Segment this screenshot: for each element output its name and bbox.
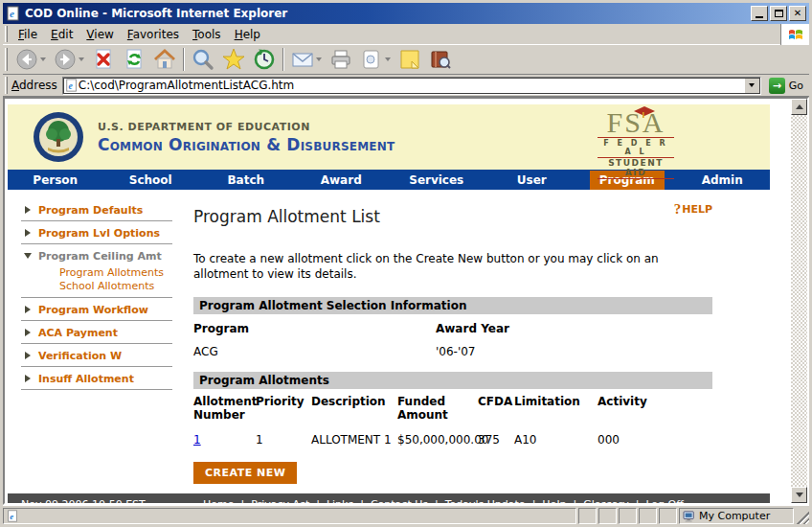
scroll-up-button[interactable] <box>791 99 807 115</box>
title-bar[interactable]: e COD Online - Microsoft Internet Explor… <box>3 3 809 24</box>
help-link[interactable]: ? HELP <box>674 201 712 218</box>
sidebar-divider <box>21 243 172 244</box>
back-icon <box>15 48 38 71</box>
nav-school[interactable]: School <box>103 173 199 187</box>
forward-button[interactable] <box>50 46 88 73</box>
search-button[interactable] <box>188 46 218 73</box>
program-label: Program <box>193 322 436 335</box>
allotment-number-link[interactable]: 1 <box>193 433 201 447</box>
main-content: ? HELP Program Allotment List To create … <box>193 190 712 484</box>
menu-help[interactable]: Help <box>228 26 267 43</box>
minimize-button[interactable] <box>751 6 768 21</box>
collapsed-arrow-icon <box>25 329 31 336</box>
refresh-button[interactable] <box>119 46 149 73</box>
sidebar-divider <box>21 297 172 298</box>
edit-button[interactable] <box>356 46 395 73</box>
forward-dropdown-icon[interactable] <box>79 57 84 61</box>
cfda-value: 375 <box>478 422 514 447</box>
program-value: ACG <box>193 345 436 358</box>
award-year-label: Award Year <box>436 322 509 335</box>
vertical-scrollbar[interactable] <box>791 99 807 503</box>
fsa-logo: FSA F E D E R A L STUDENT AID <box>598 108 674 179</box>
menu-favorites[interactable]: Favorites <box>121 26 186 43</box>
page-area: U.S. DEPARTMENT OF EDUCATION Common Orig… <box>5 99 791 503</box>
address-field-wrap: e <box>62 77 761 95</box>
resize-grip[interactable] <box>796 508 809 524</box>
menu-file[interactable]: File <box>11 26 44 43</box>
status-bar: e My Computer <box>3 505 809 524</box>
footer-link-privacy-act[interactable]: Privacy Act <box>251 498 309 503</box>
dept-of-education-seal <box>33 111 84 163</box>
address-dropdown-button[interactable] <box>744 78 760 94</box>
page-ie-icon: e <box>65 79 79 92</box>
mail-button[interactable] <box>287 46 326 73</box>
maximize-button[interactable] <box>770 6 787 21</box>
menubar-grip[interactable] <box>5 26 8 42</box>
address-input[interactable] <box>79 78 744 93</box>
footer-link-todays-update[interactable]: Today's Update <box>445 498 526 503</box>
security-zone-pane: My Computer <box>679 508 794 524</box>
print-button[interactable] <box>326 46 356 73</box>
sidebar-item-verification-w[interactable]: Verification W <box>21 347 193 366</box>
award-year-value: '06-'07 <box>436 345 509 358</box>
create-new-button[interactable]: CREATE NEW <box>193 462 297 484</box>
addressbar-grip[interactable] <box>5 77 8 94</box>
nav-batch[interactable]: Batch <box>198 173 294 187</box>
menu-tools[interactable]: Tools <box>186 26 228 43</box>
menu-edit[interactable]: Edit <box>44 26 79 43</box>
go-arrow-icon: → <box>769 78 785 94</box>
favorites-button[interactable] <box>218 46 249 73</box>
sidebar-item-program-lvl-options[interactable]: Program Lvl Options <box>21 224 193 243</box>
fsa-student-aid-text: STUDENT AID <box>598 158 674 179</box>
menu-bar: File Edit View Favorites Tools Help <box>3 24 809 45</box>
col-limitation: Limitation <box>514 395 598 422</box>
sidebar-item-insuff-allotment[interactable]: Insuff Allotment <box>21 370 193 389</box>
col-activity: Activity <box>598 395 672 422</box>
sidebar-item-program-defaults[interactable]: Program Defaults <box>21 201 193 220</box>
col-cfda: CFDA <box>478 395 514 422</box>
mail-dropdown-icon[interactable] <box>316 57 322 61</box>
back-button[interactable] <box>11 46 50 73</box>
funded-amount-value: $50,000,000.00 <box>397 422 478 447</box>
edit-dropdown-icon[interactable] <box>385 57 391 61</box>
menu-view[interactable]: View <box>79 26 120 43</box>
footer-link-home[interactable]: Home <box>203 498 234 503</box>
toolbar-grip[interactable] <box>5 48 8 71</box>
col-funded-amount: Funded Amount <box>397 395 478 422</box>
history-button[interactable] <box>249 46 280 73</box>
sidebar-item-aca-payment[interactable]: ACA Payment <box>21 324 193 343</box>
sidebar-item-program-workflow[interactable]: Program Workflow <box>21 301 193 320</box>
nav-person[interactable]: Person <box>8 173 103 187</box>
research-button[interactable] <box>425 46 456 73</box>
sidebar-divider <box>21 343 172 344</box>
go-button[interactable]: → Go <box>765 77 807 95</box>
limitation-value: A10 <box>514 422 598 447</box>
sidebar-subitem-program-allotments[interactable]: Program Allotments <box>59 266 193 280</box>
description-value: ALLOTMENT 1 <box>311 422 397 447</box>
footer-link-links[interactable]: Links <box>327 498 353 503</box>
scroll-down-button[interactable] <box>791 487 807 503</box>
stop-button[interactable] <box>88 46 119 73</box>
notes-button[interactable] <box>395 46 425 73</box>
nav-admin[interactable]: Admin <box>675 173 771 187</box>
nav-services[interactable]: Services <box>389 173 485 187</box>
close-button[interactable]: ✕ <box>789 6 806 21</box>
sidebar-item-program-ceiling-amt[interactable]: Program Ceiling Amt <box>21 247 193 266</box>
allotments-header: Program Allotments <box>193 372 712 389</box>
graduation-cap-icon <box>634 106 655 118</box>
ie-icon: e <box>6 6 21 21</box>
footer-link-contact-us[interactable]: Contact Us <box>371 498 428 503</box>
footer-link-glossary[interactable]: Glossary <box>583 498 629 503</box>
scrollbar-track[interactable] <box>791 115 807 487</box>
dept-line: U.S. DEPARTMENT OF EDUCATION <box>98 121 395 133</box>
back-dropdown-icon[interactable] <box>40 57 46 61</box>
home-button[interactable] <box>149 46 180 73</box>
table-header-row: Allotment Number Priority Description Fu… <box>193 395 672 422</box>
footer-link-help[interactable]: Help <box>542 498 566 503</box>
sidebar-subitem-school-allotments[interactable]: School Allotments <box>59 280 193 293</box>
nav-user[interactable]: User <box>485 173 580 187</box>
status-pane <box>598 508 617 524</box>
nav-award[interactable]: Award <box>294 173 390 187</box>
footer-link-log-off[interactable]: Log Off <box>645 498 683 503</box>
browser-viewport: U.S. DEPARTMENT OF EDUCATION Common Orig… <box>3 97 809 505</box>
